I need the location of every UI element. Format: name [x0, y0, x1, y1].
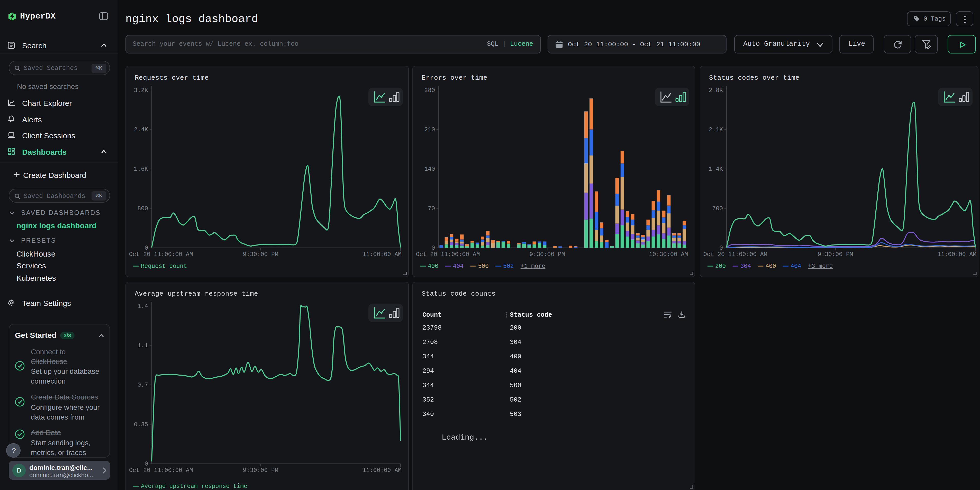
svg-text:9:30:00 PM: 9:30:00 PM: [530, 251, 565, 258]
svg-text:700: 700: [713, 205, 723, 212]
svg-text:Average upstream response time: Average upstream response time: [141, 483, 247, 490]
svg-text:0: 0: [145, 460, 148, 467]
svg-text:9:30:00 PM: 9:30:00 PM: [243, 467, 278, 474]
svg-text:9:30:00 PM: 9:30:00 PM: [243, 251, 278, 258]
svg-text:0: 0: [719, 245, 723, 251]
svg-text:400: 400: [428, 263, 438, 269]
svg-text:11:00:00 AM: 11:00:00 AM: [363, 251, 402, 258]
svg-text:+1 more: +1 more: [520, 263, 546, 269]
svg-text:1.6K: 1.6K: [134, 165, 148, 172]
svg-text:9:30:00 PM: 9:30:00 PM: [818, 251, 853, 258]
svg-text:0: 0: [145, 245, 148, 251]
svg-text:404: 404: [791, 263, 801, 269]
svg-text:11:00:00 AM: 11:00:00 AM: [363, 467, 402, 474]
svg-text:404: 404: [453, 263, 463, 269]
svg-text:Oct 20 11:00:00 AM: Oct 20 11:00:00 AM: [129, 467, 193, 474]
svg-text:10:30:00 AM: 10:30:00 AM: [649, 251, 688, 258]
svg-text:+3 more: +3 more: [808, 263, 833, 269]
svg-text:Oct 20 11:00:00 AM: Oct 20 11:00:00 AM: [416, 251, 480, 258]
svg-text:0.7: 0.7: [138, 382, 148, 388]
svg-text:2.8K: 2.8K: [709, 87, 723, 94]
svg-text:140: 140: [425, 165, 435, 172]
svg-text:0.35: 0.35: [134, 421, 148, 428]
svg-text:2.1K: 2.1K: [709, 126, 723, 133]
svg-text:Oct 20 11:00:00 AM: Oct 20 11:00:00 AM: [703, 251, 767, 258]
svg-text:800: 800: [138, 205, 148, 212]
svg-text:280: 280: [425, 87, 435, 94]
svg-text:1.4K: 1.4K: [709, 165, 723, 172]
svg-text:500: 500: [478, 263, 488, 269]
svg-text:Oct 20 11:00:00 AM: Oct 20 11:00:00 AM: [129, 251, 193, 258]
svg-text:304: 304: [740, 263, 751, 269]
svg-text:1.1: 1.1: [138, 342, 148, 349]
svg-text:200: 200: [715, 263, 726, 269]
svg-text:70: 70: [428, 205, 435, 212]
svg-text:3.2K: 3.2K: [134, 87, 148, 94]
svg-text:2.4K: 2.4K: [134, 126, 148, 133]
svg-text:1.4: 1.4: [138, 303, 148, 310]
svg-text:210: 210: [425, 126, 435, 133]
svg-text:502: 502: [503, 263, 514, 269]
svg-text:0: 0: [431, 245, 435, 251]
svg-text:400: 400: [765, 263, 776, 269]
svg-text:11:00:00 AM: 11:00:00 AM: [937, 251, 977, 258]
svg-text:Request count: Request count: [141, 263, 187, 269]
